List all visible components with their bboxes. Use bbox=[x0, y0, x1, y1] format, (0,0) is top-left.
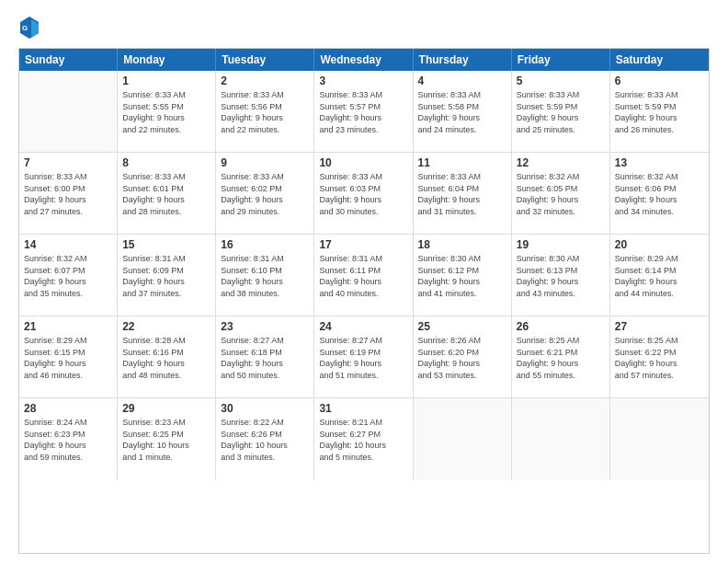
calendar-header-cell: Monday bbox=[118, 49, 216, 71]
day-number: 17 bbox=[319, 238, 407, 251]
calendar-cell bbox=[19, 71, 118, 152]
day-info: Sunrise: 8:33 AMSunset: 6:03 PMDaylight:… bbox=[319, 171, 407, 217]
calendar-cell: 21Sunrise: 8:29 AMSunset: 6:15 PMDayligh… bbox=[19, 316, 118, 397]
calendar-week: 14Sunrise: 8:32 AMSunset: 6:07 PMDayligh… bbox=[19, 235, 709, 316]
calendar-header-cell: Saturday bbox=[610, 49, 709, 71]
day-number: 7 bbox=[24, 156, 112, 169]
day-info: Sunrise: 8:23 AMSunset: 6:25 PMDaylight:… bbox=[122, 417, 210, 463]
logo-icon: G bbox=[18, 15, 40, 40]
calendar-cell: 28Sunrise: 8:24 AMSunset: 6:23 PMDayligh… bbox=[19, 398, 118, 480]
day-number: 10 bbox=[319, 156, 407, 169]
calendar-cell: 3Sunrise: 8:33 AMSunset: 5:57 PMDaylight… bbox=[314, 71, 413, 152]
calendar-cell: 6Sunrise: 8:33 AMSunset: 5:59 PMDaylight… bbox=[610, 71, 709, 152]
day-info: Sunrise: 8:30 AMSunset: 6:12 PMDaylight:… bbox=[418, 253, 506, 299]
day-info: Sunrise: 8:33 AMSunset: 5:59 PMDaylight:… bbox=[517, 89, 605, 135]
day-number: 2 bbox=[221, 75, 309, 87]
day-number: 15 bbox=[122, 238, 210, 251]
calendar-cell: 31Sunrise: 8:21 AMSunset: 6:27 PMDayligh… bbox=[314, 398, 413, 480]
calendar-week: 1Sunrise: 8:33 AMSunset: 5:55 PMDaylight… bbox=[19, 71, 709, 153]
day-number: 29 bbox=[122, 402, 210, 415]
day-info: Sunrise: 8:31 AMSunset: 6:09 PMDaylight:… bbox=[122, 253, 210, 299]
calendar-cell: 30Sunrise: 8:22 AMSunset: 6:26 PMDayligh… bbox=[216, 398, 314, 480]
calendar-cell: 5Sunrise: 8:33 AMSunset: 5:59 PMDaylight… bbox=[512, 71, 610, 152]
calendar-cell: 19Sunrise: 8:30 AMSunset: 6:13 PMDayligh… bbox=[512, 235, 610, 316]
calendar-header-cell: Tuesday bbox=[216, 49, 314, 71]
day-info: Sunrise: 8:31 AMSunset: 6:10 PMDaylight:… bbox=[221, 253, 309, 299]
calendar-cell: 1Sunrise: 8:33 AMSunset: 5:55 PMDaylight… bbox=[118, 71, 216, 152]
day-number: 24 bbox=[319, 320, 407, 333]
calendar-cell: 20Sunrise: 8:29 AMSunset: 6:14 PMDayligh… bbox=[610, 235, 709, 316]
calendar-cell: 14Sunrise: 8:32 AMSunset: 6:07 PMDayligh… bbox=[19, 235, 118, 316]
day-info: Sunrise: 8:33 AMSunset: 5:55 PMDaylight:… bbox=[122, 89, 210, 135]
calendar-cell: 8Sunrise: 8:33 AMSunset: 6:01 PMDaylight… bbox=[118, 153, 216, 234]
day-info: Sunrise: 8:33 AMSunset: 5:57 PMDaylight:… bbox=[319, 89, 407, 135]
day-info: Sunrise: 8:25 AMSunset: 6:22 PMDaylight:… bbox=[615, 335, 704, 381]
calendar-cell: 10Sunrise: 8:33 AMSunset: 6:03 PMDayligh… bbox=[314, 153, 413, 234]
day-number: 9 bbox=[221, 156, 309, 169]
calendar-header-cell: Wednesday bbox=[314, 49, 413, 71]
calendar-cell: 24Sunrise: 8:27 AMSunset: 6:19 PMDayligh… bbox=[314, 316, 413, 397]
day-info: Sunrise: 8:33 AMSunset: 5:59 PMDaylight:… bbox=[615, 89, 704, 135]
day-info: Sunrise: 8:25 AMSunset: 6:21 PMDaylight:… bbox=[517, 335, 605, 381]
calendar-header-cell: Sunday bbox=[19, 49, 118, 71]
day-number: 23 bbox=[221, 320, 309, 333]
day-info: Sunrise: 8:31 AMSunset: 6:11 PMDaylight:… bbox=[319, 253, 407, 299]
day-number: 5 bbox=[517, 75, 605, 87]
day-info: Sunrise: 8:29 AMSunset: 6:14 PMDaylight:… bbox=[615, 253, 704, 299]
calendar: SundayMondayTuesdayWednesdayThursdayFrid… bbox=[18, 48, 710, 554]
calendar-header-row: SundayMondayTuesdayWednesdayThursdayFrid… bbox=[19, 49, 709, 71]
calendar-cell: 11Sunrise: 8:33 AMSunset: 6:04 PMDayligh… bbox=[414, 153, 512, 234]
calendar-cell: 27Sunrise: 8:25 AMSunset: 6:22 PMDayligh… bbox=[610, 316, 709, 397]
day-info: Sunrise: 8:30 AMSunset: 6:13 PMDaylight:… bbox=[517, 253, 605, 299]
calendar-week: 7Sunrise: 8:33 AMSunset: 6:00 PMDaylight… bbox=[19, 153, 709, 235]
logo: G bbox=[18, 15, 44, 40]
day-info: Sunrise: 8:28 AMSunset: 6:16 PMDaylight:… bbox=[122, 335, 210, 381]
calendar-cell: 22Sunrise: 8:28 AMSunset: 6:16 PMDayligh… bbox=[118, 316, 216, 397]
day-number: 20 bbox=[615, 238, 704, 251]
day-number: 22 bbox=[122, 320, 210, 333]
calendar-cell: 17Sunrise: 8:31 AMSunset: 6:11 PMDayligh… bbox=[314, 235, 413, 316]
calendar-cell bbox=[512, 398, 610, 480]
svg-text:G: G bbox=[22, 24, 28, 32]
day-number: 1 bbox=[122, 75, 210, 87]
day-info: Sunrise: 8:27 AMSunset: 6:19 PMDaylight:… bbox=[319, 335, 407, 381]
calendar-cell: 13Sunrise: 8:32 AMSunset: 6:06 PMDayligh… bbox=[610, 153, 709, 234]
day-number: 31 bbox=[319, 402, 407, 415]
day-info: Sunrise: 8:32 AMSunset: 6:06 PMDaylight:… bbox=[615, 171, 704, 217]
day-number: 11 bbox=[418, 156, 506, 169]
day-info: Sunrise: 8:22 AMSunset: 6:26 PMDaylight:… bbox=[221, 417, 309, 463]
day-number: 3 bbox=[319, 75, 407, 87]
calendar-cell: 29Sunrise: 8:23 AMSunset: 6:25 PMDayligh… bbox=[118, 398, 216, 480]
calendar-header-cell: Thursday bbox=[414, 49, 512, 71]
day-number: 21 bbox=[24, 320, 112, 333]
day-number: 6 bbox=[615, 75, 704, 87]
day-info: Sunrise: 8:24 AMSunset: 6:23 PMDaylight:… bbox=[24, 417, 112, 463]
header: G bbox=[18, 15, 710, 40]
day-info: Sunrise: 8:29 AMSunset: 6:15 PMDaylight:… bbox=[24, 335, 112, 381]
calendar-week: 28Sunrise: 8:24 AMSunset: 6:23 PMDayligh… bbox=[19, 398, 709, 480]
day-number: 28 bbox=[24, 402, 112, 415]
calendar-cell: 4Sunrise: 8:33 AMSunset: 5:58 PMDaylight… bbox=[414, 71, 512, 152]
calendar-cell: 18Sunrise: 8:30 AMSunset: 6:12 PMDayligh… bbox=[414, 235, 512, 316]
calendar-header-cell: Friday bbox=[512, 49, 610, 71]
calendar-cell: 2Sunrise: 8:33 AMSunset: 5:56 PMDaylight… bbox=[216, 71, 314, 152]
calendar-cell: 16Sunrise: 8:31 AMSunset: 6:10 PMDayligh… bbox=[216, 235, 314, 316]
calendar-cell: 25Sunrise: 8:26 AMSunset: 6:20 PMDayligh… bbox=[414, 316, 512, 397]
calendar-cell bbox=[610, 398, 709, 480]
calendar-cell: 26Sunrise: 8:25 AMSunset: 6:21 PMDayligh… bbox=[512, 316, 610, 397]
day-number: 4 bbox=[418, 75, 506, 87]
day-number: 16 bbox=[221, 238, 309, 251]
day-number: 18 bbox=[418, 238, 506, 251]
day-info: Sunrise: 8:33 AMSunset: 6:04 PMDaylight:… bbox=[418, 171, 506, 217]
day-number: 13 bbox=[615, 156, 704, 169]
page: G SundayMondayTuesdayWednesdayThursdayFr… bbox=[0, 0, 728, 563]
day-info: Sunrise: 8:33 AMSunset: 5:58 PMDaylight:… bbox=[418, 89, 506, 135]
day-info: Sunrise: 8:26 AMSunset: 6:20 PMDaylight:… bbox=[418, 335, 506, 381]
day-info: Sunrise: 8:21 AMSunset: 6:27 PMDaylight:… bbox=[319, 417, 407, 463]
day-info: Sunrise: 8:32 AMSunset: 6:05 PMDaylight:… bbox=[517, 171, 605, 217]
calendar-cell: 12Sunrise: 8:32 AMSunset: 6:05 PMDayligh… bbox=[512, 153, 610, 234]
day-number: 30 bbox=[221, 402, 309, 415]
calendar-cell: 15Sunrise: 8:31 AMSunset: 6:09 PMDayligh… bbox=[118, 235, 216, 316]
calendar-cell bbox=[414, 398, 512, 480]
day-info: Sunrise: 8:33 AMSunset: 6:00 PMDaylight:… bbox=[24, 171, 112, 217]
